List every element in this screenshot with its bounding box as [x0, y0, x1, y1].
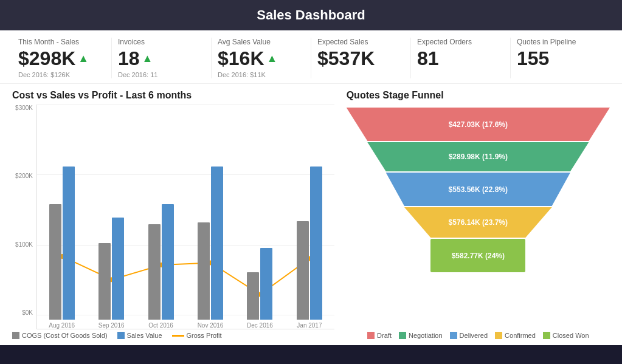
- month-group: Dec 2016: [235, 105, 285, 329]
- funnel-level-label: $427.03K (17.6%): [449, 120, 508, 129]
- legend-item: Gross Profit: [172, 332, 222, 339]
- kpi-bar: This Month - Sales $298K▲ Dec 2016: $126…: [0, 30, 622, 84]
- page-title: Sales Dashboard: [257, 7, 365, 22]
- bar-chart-area: $300K$200K$100K$0K Aug 2016Sep 2016Oct 2…: [12, 105, 334, 339]
- kpi-sub: Dec 2016: $126K: [18, 71, 105, 78]
- month-bars: [37, 105, 86, 320]
- trend-up-icon: ▲: [78, 52, 89, 65]
- kpi-value: 81: [417, 47, 504, 70]
- funnel-container: $427.03K (17.6%)$289.98K (11.9%)$553.56K…: [347, 107, 610, 328]
- funnel-legend-label: Closed Won: [553, 332, 589, 339]
- funnel-trapezoid: $582.77K (24%): [430, 239, 525, 272]
- funnel-legend-item: Confirmed: [495, 332, 536, 339]
- y-label: $0K: [22, 309, 33, 316]
- y-label: $300K: [15, 105, 33, 111]
- funnel-level-label: $582.77K (24%): [452, 252, 505, 260]
- legend-color-box: [12, 332, 19, 339]
- cogs-bar: [297, 221, 309, 320]
- funnel-legend: DraftNegotiationDeliveredConfirmedClosed…: [347, 332, 610, 339]
- kpi-sub: Dec 2016: 11: [118, 71, 205, 78]
- funnel-level: $289.98K (11.9%): [347, 142, 610, 171]
- kpi-item: Avg Sales Value $16K▲ Dec 2016: $11K: [212, 38, 311, 78]
- month-label: Jan 2017: [297, 322, 322, 329]
- funnel-level: $553.56K (22.8%): [347, 173, 610, 206]
- trend-up-icon: ▲: [142, 52, 153, 65]
- kpi-label: Quotes in Pipeline: [517, 38, 604, 46]
- funnel-legend-item: Draft: [367, 332, 392, 339]
- funnel-legend-color: [543, 332, 550, 339]
- month-label: Dec 2016: [247, 322, 273, 329]
- funnel-legend-label: Confirmed: [505, 332, 536, 339]
- y-label: $100K: [15, 241, 33, 248]
- funnel-trapezoid: $427.03K (17.6%): [347, 108, 610, 141]
- month-bars: [136, 105, 185, 320]
- kpi-value: $537K: [317, 47, 404, 70]
- cogs-bar: [49, 204, 61, 320]
- month-bars: [185, 105, 235, 320]
- funnel-legend-color: [399, 332, 406, 339]
- funnel-level: $576.14K (23.7%): [347, 207, 610, 238]
- legend-color-box: [117, 332, 125, 339]
- y-axis: $300K$200K$100K$0K: [12, 105, 36, 329]
- month-group: Oct 2016: [136, 105, 185, 329]
- kpi-item: This Month - Sales $298K▲ Dec 2016: $126…: [12, 38, 112, 78]
- legend-label: COGS (Cost Of Goods Sold): [22, 332, 108, 339]
- funnel-legend-color: [495, 332, 502, 339]
- cogs-bar: [98, 243, 111, 320]
- month-label: Sep 2016: [98, 322, 125, 329]
- funnel-section: Quotes Stage Funnel $427.03K (17.6%)$289…: [347, 90, 610, 339]
- funnel-title: Quotes Stage Funnel: [347, 90, 610, 101]
- funnel-legend-item: Delivered: [450, 332, 488, 339]
- funnel-level: $582.77K (24%): [347, 239, 610, 272]
- bars-container: Aug 2016Sep 2016Oct 2016Nov 2016Dec 2016…: [36, 105, 334, 329]
- funnel-level-label: $289.98K (11.9%): [449, 153, 508, 161]
- sales-bar: [211, 167, 223, 320]
- month-label: Oct 2016: [148, 322, 173, 329]
- sales-bar: [63, 167, 75, 320]
- funnel-legend-label: Negotiation: [409, 332, 443, 339]
- trend-up-icon: ▲: [267, 52, 278, 65]
- month-bars: [86, 105, 136, 320]
- kpi-item: Invoices 18▲ Dec 2016: 11: [112, 38, 212, 78]
- kpi-item: Expected Orders 81: [411, 38, 511, 78]
- funnel-trapezoid: $553.56K (22.8%): [386, 173, 570, 206]
- month-bars: [285, 105, 334, 320]
- legend-label: Gross Profit: [187, 332, 222, 339]
- kpi-label: Invoices: [118, 38, 205, 46]
- funnel-level-label: $553.56K (22.8%): [449, 185, 508, 194]
- month-bars: [235, 105, 285, 320]
- kpi-item: Expected Sales $537K: [311, 38, 411, 78]
- cogs-bar: [198, 222, 210, 320]
- kpi-item: Quotes in Pipeline 155: [511, 38, 610, 78]
- legend-line-icon: [172, 335, 184, 337]
- legend-item: Sales Value: [117, 332, 162, 339]
- bar-chart-title: Cost vs Sales vs Profit - Last 6 months: [12, 90, 334, 101]
- y-label: $200K: [15, 173, 33, 179]
- kpi-label: Expected Orders: [417, 38, 504, 46]
- funnel-legend-item: Closed Won: [543, 332, 589, 339]
- funnel-trapezoid: $576.14K (23.7%): [404, 207, 552, 238]
- bar-chart-legend: COGS (Cost Of Goods Sold)Sales ValueGros…: [12, 332, 334, 339]
- funnel-legend-label: Delivered: [460, 332, 488, 339]
- legend-label: Sales Value: [127, 332, 162, 339]
- cogs-bar: [148, 224, 161, 320]
- kpi-label: Avg Sales Value: [218, 38, 305, 46]
- funnel-trapezoid: $289.98K (11.9%): [367, 142, 589, 171]
- kpi-label: Expected Sales: [317, 38, 404, 46]
- month-label: Nov 2016: [198, 322, 224, 329]
- funnel-level-label: $576.14K (23.7%): [449, 218, 508, 227]
- funnel-legend-label: Draft: [377, 332, 392, 339]
- charts-row: Cost vs Sales vs Profit - Last 6 months …: [0, 84, 622, 345]
- kpi-sub: Dec 2016: $11K: [218, 71, 305, 78]
- legend-item: COGS (Cost Of Goods Sold): [12, 332, 108, 339]
- funnel-legend-color: [367, 332, 375, 339]
- month-group: Aug 2016: [37, 105, 86, 329]
- funnel-level: $427.03K (17.6%): [347, 108, 610, 141]
- cogs-bar: [247, 272, 259, 320]
- sales-bar: [112, 218, 124, 320]
- funnel-legend-item: Negotiation: [399, 332, 443, 339]
- sales-bar: [310, 167, 322, 320]
- month-group: Jan 2017: [285, 105, 334, 329]
- sales-bar: [260, 248, 272, 320]
- bar-chart-section: Cost vs Sales vs Profit - Last 6 months …: [12, 90, 334, 339]
